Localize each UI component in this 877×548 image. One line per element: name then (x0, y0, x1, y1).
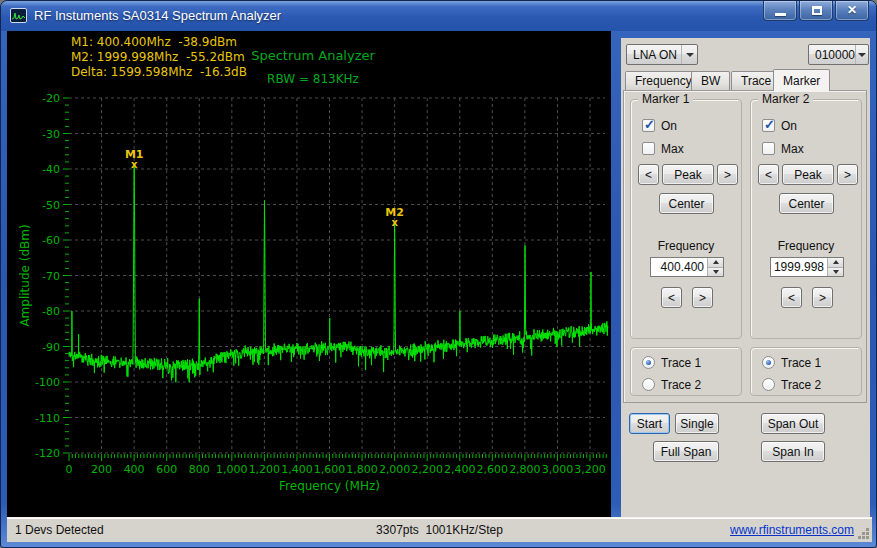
single-button[interactable]: Single (675, 413, 719, 434)
app-icon (10, 8, 27, 23)
marker1-peak-next-button[interactable]: > (717, 164, 738, 185)
tab-bw[interactable]: BW (691, 71, 730, 91)
svg-text:-20: -20 (42, 92, 60, 105)
close-button[interactable]: ✕ (835, 1, 869, 21)
app-window: RF Instuments SA0314 Spectrum Analyzer ✕… (0, 0, 877, 548)
marker2-max-checkbox[interactable] (762, 142, 775, 155)
marker-m1: M1x (125, 148, 144, 170)
spin-down-icon[interactable] (828, 268, 843, 277)
minimize-button[interactable] (763, 1, 797, 21)
svg-text:-90: -90 (42, 341, 60, 354)
start-button[interactable]: Start (629, 413, 670, 434)
svg-text:-60: -60 (42, 234, 60, 247)
marker2-group-title: Marker 2 (758, 92, 813, 106)
title-bar: RF Instuments SA0314 Spectrum Analyzer ✕ (1, 1, 877, 31)
marker1-trace1-row: Trace 1 (642, 355, 701, 370)
marker1-max-label: Max (661, 142, 684, 156)
svg-text:-100: -100 (35, 376, 60, 389)
marker1-trace2-label: Trace 2 (661, 378, 701, 392)
marker1-peak-button[interactable]: Peak (662, 164, 714, 185)
window-controls: ✕ (761, 1, 869, 21)
website-link[interactable]: www.rfinstruments.com (730, 523, 854, 537)
marker2-peak-prev-button[interactable]: < (758, 164, 779, 185)
marker2-peak-button[interactable]: Peak (782, 164, 834, 185)
maximize-button[interactable] (799, 1, 833, 21)
marker2-trace1-radio[interactable] (762, 356, 775, 369)
marker-tab-page: Marker 1 On Max < Peak > Center Frequenc… (623, 90, 867, 403)
svg-text:Frequency (MHz): Frequency (MHz) (279, 479, 380, 493)
svg-text:0: 0 (66, 463, 73, 476)
chevron-down-icon (855, 45, 868, 64)
spin-up-icon[interactable] (708, 258, 723, 268)
resize-grip-icon[interactable] (857, 527, 870, 540)
marker1-group-title: Marker 1 (638, 92, 693, 106)
marker2-frequency-value[interactable]: 1999.998 (771, 258, 827, 276)
marker1-frequency-spinner[interactable]: 400.400 (650, 257, 724, 277)
marker2-max-label: Max (781, 142, 804, 156)
code-select[interactable]: 010000 (808, 44, 869, 65)
marker1-spin-buttons (707, 258, 723, 276)
lna-select[interactable]: LNA ON (626, 44, 698, 65)
marker1-trace-group: Trace 1 Trace 2 (630, 347, 742, 396)
marker1-step-right-button[interactable]: > (692, 287, 713, 308)
svg-text:-40: -40 (42, 163, 60, 176)
marker2-max-row: Max (762, 141, 804, 156)
full-span-button[interactable]: Full Span (653, 441, 719, 462)
spectrum-plot: M1: 400.400Mhz -38.9dBm M2: 1999.998Mhz … (7, 31, 611, 517)
svg-text:2,000: 2,000 (379, 463, 411, 476)
spectrum-canvas: M1: 400.400Mhz -38.9dBm M2: 1999.998Mhz … (7, 31, 611, 517)
marker1-trace2-radio[interactable] (642, 378, 655, 391)
marker2-step-left-button[interactable]: < (781, 287, 802, 308)
marker1-step-left-button[interactable]: < (661, 287, 682, 308)
code-value: 010000 (809, 48, 855, 62)
spin-up-icon[interactable] (828, 258, 843, 268)
svg-text:3,200: 3,200 (574, 463, 606, 476)
marker2-spin-buttons (827, 258, 843, 276)
spectrum-trace (69, 165, 608, 382)
marker1-frequency-label: Frequency (631, 239, 741, 253)
marker2-on-checkbox[interactable] (762, 119, 775, 132)
marker1-trace1-radio[interactable] (642, 356, 655, 369)
marker1-max-row: Max (642, 141, 684, 156)
marker2-group: Marker 2 On Max < Peak > Center Frequenc… (750, 99, 862, 339)
marker2-step-right-button[interactable]: > (812, 287, 833, 308)
svg-text:2,600: 2,600 (477, 463, 509, 476)
marker1-max-checkbox[interactable] (642, 142, 655, 155)
control-panel: LNA ON 010000 Frequency BW Trace Marker … (621, 38, 870, 517)
spin-down-icon[interactable] (708, 268, 723, 277)
marker1-trace1-label: Trace 1 (661, 356, 701, 370)
marker2-peak-next-button[interactable]: > (837, 164, 858, 185)
svg-text:400: 400 (124, 463, 145, 476)
svg-text:1,400: 1,400 (281, 463, 313, 476)
svg-text:3,000: 3,000 (542, 463, 574, 476)
svg-text:1,200: 1,200 (249, 463, 281, 476)
marker1-center-button[interactable]: Center (659, 193, 714, 214)
svg-text:800: 800 (189, 463, 210, 476)
span-in-button[interactable]: Span In (761, 441, 825, 462)
svg-text:-30: -30 (42, 128, 60, 141)
marker2-on-label: On (781, 119, 797, 133)
marker2-trace1-label: Trace 1 (781, 356, 821, 370)
marker2-trace-group: Trace 1 Trace 2 (750, 347, 862, 396)
rbw-readout: RBW = 813KHz (267, 72, 359, 86)
axis-labels: -20-30-40-50-60-70-80-90-100-110-1200200… (18, 92, 606, 493)
svg-text:-70: -70 (42, 270, 60, 283)
marker2-frequency-spinner[interactable]: 1999.998 (770, 257, 844, 277)
chevron-down-icon (681, 45, 697, 64)
span-out-button[interactable]: Span Out (761, 413, 825, 434)
marker2-center-button[interactable]: Center (779, 193, 834, 214)
svg-text:1,000: 1,000 (216, 463, 248, 476)
marker2-trace2-radio[interactable] (762, 378, 775, 391)
lna-value: LNA ON (627, 48, 681, 62)
svg-text:-50: -50 (42, 199, 60, 212)
marker1-frequency-value[interactable]: 400.400 (651, 258, 707, 276)
tab-marker[interactable]: Marker (773, 69, 830, 91)
marker2-frequency-label: Frequency (751, 239, 861, 253)
marker1-on-checkbox[interactable] (642, 119, 655, 132)
plot-title: Spectrum Analyzer (251, 48, 375, 63)
svg-text:1,600: 1,600 (314, 463, 346, 476)
marker2-trace2-label: Trace 2 (781, 378, 821, 392)
marker1-peak-prev-button[interactable]: < (638, 164, 659, 185)
svg-text:2,200: 2,200 (411, 463, 443, 476)
svg-text:600: 600 (156, 463, 177, 476)
